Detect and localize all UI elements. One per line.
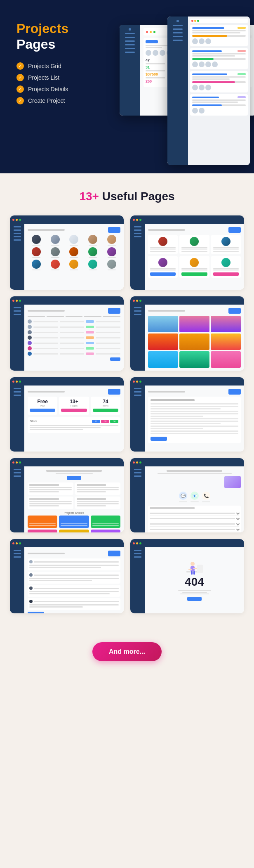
mock-left-nav-5 xyxy=(10,386,24,452)
more-button[interactable]: And more... xyxy=(92,642,162,661)
svg-point-2 xyxy=(190,562,195,566)
faq-content: Projects articles xyxy=(24,466,124,532)
help-content: 💬 📧 📞 xyxy=(145,466,244,532)
dot-yellow xyxy=(150,31,152,33)
colorful-cards xyxy=(28,516,120,532)
check-icon-2: ✓ xyxy=(16,74,24,81)
hero-title-highlight: Projects xyxy=(16,21,68,36)
mock-left-nav-7 xyxy=(10,466,24,532)
svg-rect-1 xyxy=(197,565,203,573)
screenshots-grid: Free Plan 13+ Pages 74 Ite xyxy=(10,215,244,613)
screenshot-card-9 xyxy=(10,539,124,613)
hero-title: Projects Pages xyxy=(16,21,107,52)
mock-top-bar-4 xyxy=(130,296,244,305)
check-icon-4: ✓ xyxy=(16,97,24,104)
sitting-person-illustration xyxy=(184,560,205,576)
nav-dot xyxy=(129,28,131,31)
kanban-content xyxy=(24,547,124,613)
svg-rect-7 xyxy=(193,571,195,575)
stats-grid: Free Plan 13+ Pages 74 Ite xyxy=(28,397,120,415)
mock-left-nav-1 xyxy=(10,224,24,290)
photo-gallery xyxy=(148,316,241,368)
avatar-grid xyxy=(28,235,120,270)
nav-line-5 xyxy=(125,48,135,49)
error-number: 404 xyxy=(185,576,204,588)
feature-item-4: ✓ Create Project xyxy=(16,97,107,104)
error-message xyxy=(178,590,211,594)
feature-item-2: ✓ Projects List xyxy=(16,74,107,81)
svg-rect-4 xyxy=(188,569,192,570)
mock-top-bar-3 xyxy=(10,296,124,305)
error-404-content: 404 xyxy=(145,547,244,613)
svg-rect-6 xyxy=(191,571,193,575)
screenshot-card-6 xyxy=(130,377,244,452)
mock-left-nav-9 xyxy=(10,547,24,613)
screenshot-card-4 xyxy=(130,296,244,371)
mock-top-bar-5 xyxy=(10,377,124,386)
useful-pages-section: 13+ Useful Pages xyxy=(0,173,254,630)
kanban-items xyxy=(28,558,120,610)
help-icons: 💬 📧 📞 xyxy=(148,492,241,502)
stats-content: Free Plan 13+ Pages 74 Ite xyxy=(24,386,124,452)
dot-red xyxy=(146,31,148,33)
profile-cards-content xyxy=(145,224,244,290)
mock-top-bar-2 xyxy=(130,215,244,224)
section-title-text: Useful Pages xyxy=(102,190,175,203)
mock-left-nav-8 xyxy=(130,466,145,532)
mock-top-bar-8 xyxy=(130,458,244,466)
mock-left-nav-4 xyxy=(130,305,145,371)
more-button-section: And more... xyxy=(0,630,254,674)
screenshot-card-5: Free Plan 13+ Pages 74 Ite xyxy=(10,377,124,452)
svg-rect-5 xyxy=(193,568,197,569)
screenshot-card-2 xyxy=(130,215,244,290)
mock-left-nav-2 xyxy=(130,224,145,290)
feature-list: ✓ Projects Grid ✓ Projects List ✓ Projec… xyxy=(16,62,107,104)
nav-line-1 xyxy=(125,33,135,34)
profile-cards-mini-grid xyxy=(148,235,241,278)
nav-line-3 xyxy=(125,40,135,42)
document-body xyxy=(148,397,241,443)
screenshot-grid xyxy=(167,17,250,165)
mock-left-nav-10 xyxy=(130,547,145,613)
mock-top-bar-1 xyxy=(10,215,124,224)
mock-left-nav-3 xyxy=(10,305,24,371)
screenshot-card-1 xyxy=(10,215,124,290)
mock-top-bar-9 xyxy=(10,539,124,547)
screenshot-card-10: 404 xyxy=(130,539,244,613)
document-content xyxy=(145,386,244,452)
mock-top-bar-6 xyxy=(130,377,244,386)
mock-top-bar-10 xyxy=(130,539,244,547)
screenshot-card-3 xyxy=(10,296,124,371)
screenshot-card-8: 💬 📧 📞 xyxy=(130,458,244,532)
section-title: 13+ Useful Pages xyxy=(10,190,244,203)
gallery-content xyxy=(145,305,244,371)
faq-section xyxy=(148,506,241,532)
team-grid-content xyxy=(24,224,124,290)
check-icon-1: ✓ xyxy=(16,62,24,70)
section-count: 13+ xyxy=(79,190,99,203)
dot-green xyxy=(153,31,155,33)
feature-item-3: ✓ Projects Details xyxy=(16,85,107,93)
mock-nav xyxy=(120,25,140,116)
hero-title-rest: Pages xyxy=(16,37,55,52)
screenshot-card-7: Projects articles xyxy=(10,458,124,532)
hero-section: Projects Pages ✓ Projects Grid ✓ Project… xyxy=(0,0,254,173)
check-icon-3: ✓ xyxy=(16,85,24,93)
mock-top-bar-7 xyxy=(10,458,124,466)
mock-left-nav-6 xyxy=(130,386,145,452)
data-table xyxy=(28,316,120,361)
hero-left-content: Projects Pages ✓ Projects Grid ✓ Project… xyxy=(16,17,107,104)
feature-item-1: ✓ Projects Grid xyxy=(16,62,107,70)
nav-line-4 xyxy=(125,44,135,45)
table-content xyxy=(24,305,124,371)
nav-line-6 xyxy=(125,52,135,53)
hero-screenshots: 47 31 $37500 250 xyxy=(124,17,238,173)
nav-line-2 xyxy=(125,37,135,38)
